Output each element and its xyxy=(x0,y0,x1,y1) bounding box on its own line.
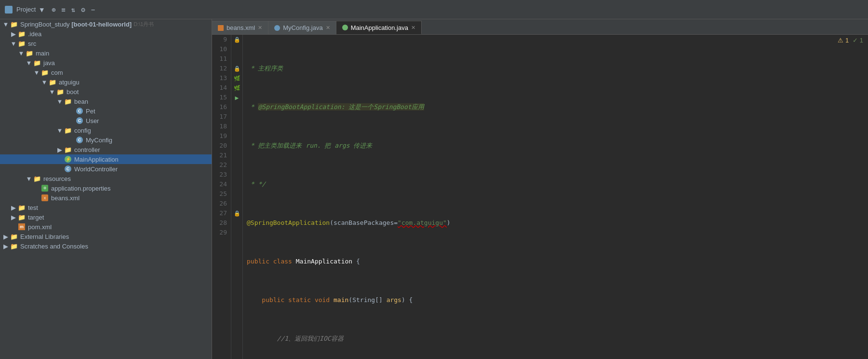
label-beans-xml: beans.xml xyxy=(51,194,80,202)
sidebar-item-config[interactable]: ▼ 📁 config xyxy=(0,125,212,135)
arrow-atguigu: ▼ xyxy=(40,79,48,86)
label-target: target xyxy=(28,214,44,221)
folder-src-icon: 📁 xyxy=(17,40,26,47)
code-text-14: public class MainApplication { xyxy=(247,257,360,266)
tab-beans-xml[interactable]: beans.xml ✕ xyxy=(212,21,268,34)
code-line-16: //1、返回我们IOC容器 xyxy=(247,334,864,344)
springboot-main-icon: ⚡ xyxy=(64,155,72,163)
sidebar-item-idea[interactable]: ▶ 📁 .idea xyxy=(0,29,212,39)
code-line-14: public class MainApplication { xyxy=(247,257,864,266)
folder-test-icon: 📁 xyxy=(17,204,26,211)
folder-java-icon: 📁 xyxy=(33,59,41,67)
arrow-com: ▼ xyxy=(33,69,40,76)
top-indicators: ⚠ 1 ✓ 1 xyxy=(838,37,863,44)
tab-myconfig-java[interactable]: MyConfig.java ✕ xyxy=(268,21,336,34)
tab-close-beans-xml[interactable]: ✕ xyxy=(258,25,262,31)
sidebar-item-atguigu[interactable]: ▼ 📁 atguigu xyxy=(0,77,212,87)
code-text-12: * */ xyxy=(247,180,266,189)
folder-com-icon: 📁 xyxy=(40,69,49,76)
list-icon[interactable]: ≡ xyxy=(61,6,65,14)
props-app-icon: ⚙ xyxy=(40,184,49,192)
arrow-target: ▶ xyxy=(10,214,17,221)
dropdown-icon[interactable]: ▼ xyxy=(40,6,43,14)
gutter-arrow-15[interactable]: ▶ xyxy=(235,94,239,101)
sidebar-item-test[interactable]: ▶ 📁 test xyxy=(0,203,212,212)
sidebar-item-worldcontroller[interactable]: C WorldController xyxy=(0,164,212,174)
gutter-lock-27: 🔒 xyxy=(234,210,240,217)
folder-scratches-icon: 📁 xyxy=(10,242,18,250)
label-com: com xyxy=(51,69,63,76)
sidebar-item-controller[interactable]: ▶ 📁 controller xyxy=(0,145,212,154)
arrow-java: ▼ xyxy=(25,59,33,67)
folder-bean-icon: 📁 xyxy=(64,97,72,105)
java-user-icon: C xyxy=(75,117,84,124)
tab-icon-beans-xml xyxy=(218,25,224,31)
arrow-config: ▼ xyxy=(56,127,64,134)
sidebar-item-src[interactable]: ▼ 📁 src xyxy=(0,39,212,48)
tab-main-application[interactable]: MainApplication.java ✕ xyxy=(336,21,422,34)
label-pet: Pet xyxy=(86,108,95,115)
tab-icon-myconfig xyxy=(274,25,280,31)
java-worldcontroller-icon: C xyxy=(64,165,72,173)
gutter-spring-13: 🌿 xyxy=(234,75,240,82)
label-main: main xyxy=(36,50,49,57)
sidebar-item-pom[interactable]: m pom.xml xyxy=(0,222,212,232)
sidebar-item-com[interactable]: ▼ 📁 com xyxy=(0,68,212,77)
sidebar-item-beans-xml[interactable]: X beans.xml xyxy=(0,193,212,203)
xml-beans-icon: X xyxy=(40,194,49,202)
sidebar-item-springboot-study[interactable]: ▼ 📁 SpringBoot_study [boot-01-helloworld… xyxy=(0,19,212,29)
sort-icon[interactable]: ⇅ xyxy=(71,6,75,14)
arrow-controller: ▶ xyxy=(56,146,64,153)
line-numbers: 9 10 11 12 13 14 15 16 17 18 19 20 21 22… xyxy=(212,35,231,359)
code-area[interactable]: * 主程序类 * @SpringBootApplication: 这是一个Spr… xyxy=(243,35,868,359)
globe-icon[interactable]: ⊕ xyxy=(52,6,55,14)
sidebar-item-external-libraries[interactable]: ▶ 📁 External Libraries xyxy=(0,232,212,241)
sidebar-item-resources[interactable]: ▼ 📁 resources xyxy=(0,174,212,183)
sidebar-item-bean[interactable]: ▼ 📁 bean xyxy=(0,97,212,106)
arrow-test: ▶ xyxy=(10,204,17,211)
code-line-13: @SpringBootApplication(scanBasePackages=… xyxy=(247,218,864,228)
title-icons: ⊕ ≡ ⇅ ⚙ − xyxy=(52,6,95,14)
folder-atguigu-icon: 📁 xyxy=(48,78,57,86)
sidebar-item-java[interactable]: ▼ 📁 java xyxy=(0,58,212,68)
gutter-lock-12: 🔒 xyxy=(234,66,240,72)
sidebar-item-scratches[interactable]: ▶ 📁 Scratches and Consoles xyxy=(0,241,212,251)
editor-area: beans.xml ✕ MyConfig.java ✕ MainApplicat… xyxy=(212,19,868,359)
folder-boot-icon: 📁 xyxy=(56,88,65,96)
settings-icon[interactable]: ⚙ xyxy=(81,6,85,14)
label-bean: bean xyxy=(74,98,88,105)
code-text-10: * @SpringBootApplication: 这是一个SpringBoot… xyxy=(247,102,424,112)
arrow-src: ▼ xyxy=(10,40,17,47)
label-src: src xyxy=(28,40,36,47)
arrow-resources: ▼ xyxy=(25,175,33,182)
sidebar-item-user[interactable]: C User xyxy=(0,116,212,125)
sidebar-item-main[interactable]: ▼ 📁 main xyxy=(0,48,212,58)
arrow-scratches: ▶ xyxy=(2,243,10,250)
arrow-external-libraries: ▶ xyxy=(2,233,10,240)
sidebar-item-myconfig[interactable]: C MyConfig xyxy=(0,135,212,145)
folder-resources-icon: 📁 xyxy=(33,175,41,182)
tab-close-myconfig[interactable]: ✕ xyxy=(326,25,330,31)
sidebar-item-app-properties[interactable]: ⚙ application.properties xyxy=(0,183,212,193)
code-line-12: * */ xyxy=(247,180,864,189)
label-controller: controller xyxy=(74,146,100,153)
code-text-16: //1、返回我们IOC容器 xyxy=(247,334,344,344)
tab-close-main-app[interactable]: ✕ xyxy=(411,25,415,31)
code-text-13: @SpringBootApplication(scanBasePackages=… xyxy=(247,218,451,228)
arrow-boot: ▼ xyxy=(48,88,56,96)
label-scratches: Scratches and Consoles xyxy=(20,243,88,250)
tab-label-main-app: MainApplication.java xyxy=(351,24,408,31)
label-mainapplication: MainApplication xyxy=(74,156,119,163)
label-myconfig: MyConfig xyxy=(86,137,112,144)
code-line-15: public static void main(String[] args) { xyxy=(247,295,864,305)
editor-content[interactable]: 9 10 11 12 13 14 15 16 17 18 19 20 21 22… xyxy=(212,35,868,359)
gutter-lock-9: 🔒 xyxy=(234,37,240,43)
label-app-properties: application.properties xyxy=(51,185,111,192)
sidebar-item-mainapplication[interactable]: ⚡ MainApplication xyxy=(0,154,212,164)
main-layout: ▼ 📁 SpringBoot_study [boot-01-helloworld… xyxy=(0,19,868,359)
tab-label-beans-xml: beans.xml xyxy=(227,24,255,31)
minus-icon[interactable]: − xyxy=(91,6,95,14)
sidebar-item-target[interactable]: ▶ 📁 target xyxy=(0,212,212,222)
sidebar-item-pet[interactable]: C Pet xyxy=(0,106,212,116)
sidebar-item-boot[interactable]: ▼ 📁 boot xyxy=(0,87,212,97)
